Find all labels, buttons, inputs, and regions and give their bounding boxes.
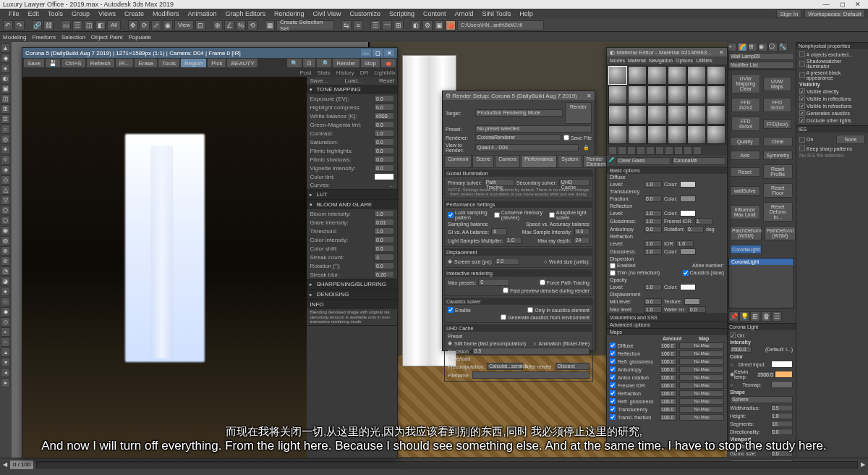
cfb-titlebar[interactable]: Corona 5 (DailyBuild Aug 7 2019) | 1271×… — [22, 48, 397, 58]
rotate-button[interactable]: ⟳ — [140, 20, 150, 30]
tm-input[interactable] — [374, 112, 394, 119]
trans-color[interactable] — [680, 196, 696, 202]
cfb-tab-stats[interactable]: Stats — [318, 70, 331, 76]
map-check[interactable] — [610, 406, 616, 412]
menu-animation[interactable]: Animation — [183, 10, 221, 17]
mat-pick-icon[interactable]: 🧪 — [608, 157, 615, 165]
cfb-erase[interactable]: Erase — [135, 59, 157, 67]
modstack-coronalight[interactable]: CoronaLight — [729, 258, 793, 265]
unlink-button[interactable]: ⛓ — [43, 20, 54, 30]
vtool-13[interactable]: ◈ — [1, 165, 10, 175]
cl-kelvin-label[interactable]: Kelvin temp: — [734, 369, 757, 379]
menu-views[interactable]: Views — [94, 10, 120, 17]
cl-intensity[interactable]: 2500.0 — [730, 346, 752, 353]
rs-precision[interactable]: 0.5 — [472, 348, 590, 355]
mat-slot-6[interactable] — [707, 66, 726, 85]
map-check[interactable] — [610, 358, 616, 364]
rs-close[interactable]: ✕ — [587, 93, 592, 99]
map-check[interactable] — [610, 382, 616, 388]
rs-lightmult[interactable]: 1.0 — [505, 237, 521, 244]
cfb-region[interactable]: Region — [181, 59, 206, 67]
cfb-tab-dr[interactable]: DR — [360, 70, 369, 76]
menu-civilview[interactable]: Civil View — [309, 10, 346, 17]
cp-btn-pathdeform-wsm-[interactable]: PathDeform (WSM) — [765, 226, 796, 240]
refcoord-dropdown[interactable]: View — [174, 20, 194, 30]
rs-maxray[interactable]: 24 — [574, 237, 590, 244]
mat-menu-utilities[interactable]: Utilities — [696, 58, 712, 63]
cfb-resetbtn[interactable]: Reset — [379, 77, 394, 84]
cp-btn-clear[interactable]: Clear — [763, 137, 793, 146]
menu-scripting[interactable]: Scripting — [385, 10, 419, 17]
cfb-close[interactable]: ✕ — [384, 49, 394, 56]
cfb-tab-post[interactable]: Post — [300, 70, 312, 76]
refl-color[interactable] — [680, 210, 696, 217]
selection-filter[interactable]: All — [107, 20, 121, 30]
vtool-5[interactable]: ▣ — [1, 84, 10, 93]
rs-lock-icon[interactable]: 🔒 — [581, 145, 592, 151]
bloom-input[interactable] — [374, 245, 394, 252]
map-slot[interactable]: No Map — [679, 366, 724, 373]
place-button[interactable]: ◉ — [163, 20, 173, 30]
cl-wireframe[interactable]: Wireframe — [728, 442, 794, 450]
cfb-beauty[interactable]: BEAUTY — [227, 59, 258, 67]
select-name-button[interactable]: ☰ — [72, 20, 82, 30]
mat-tool-4[interactable] — [637, 146, 645, 155]
bloom-input[interactable] — [374, 236, 394, 243]
object-name[interactable]: Wall Lamp09 — [728, 53, 794, 60]
mat-tool-6[interactable] — [655, 146, 664, 155]
vtool-20[interactable]: ◍ — [1, 236, 10, 245]
map-slot[interactable]: No Map — [679, 382, 724, 389]
rs-screen[interactable]: 2.0 — [495, 258, 519, 265]
vtool-34[interactable]: ▸ — [1, 378, 10, 387]
map-check[interactable] — [610, 390, 616, 396]
cl-gizmo[interactable]: 0.0 — [771, 450, 793, 457]
rs-tab-common[interactable]: Common — [444, 155, 472, 168]
spinner-snap[interactable]: ⟲ — [247, 20, 258, 30]
mat-slot-15[interactable] — [647, 105, 666, 124]
cfb-save-icon[interactable]: 💾 — [46, 59, 60, 67]
fresnel[interactable]: 1. — [695, 218, 712, 224]
rs-giaa[interactable]: 8 — [491, 228, 506, 235]
ior[interactable]: 1.0 — [676, 240, 694, 247]
mat-slot-9[interactable] — [647, 85, 666, 104]
max-level[interactable]: 1.0 — [644, 306, 662, 313]
schematic-button[interactable]: ⊞ — [393, 20, 404, 30]
minimize-button[interactable]: — — [819, 1, 833, 8]
cfb-stop-btn[interactable]: Stop — [361, 59, 380, 67]
cfb-minimize[interactable]: — — [361, 49, 371, 56]
vtool-6[interactable]: ◫ — [1, 94, 10, 104]
mat-slot-10[interactable] — [668, 85, 686, 104]
rs-precomp[interactable]: Calculat...scratch — [487, 363, 523, 370]
menu-create[interactable]: Create — [120, 10, 148, 17]
cfb-zoom-fit-icon[interactable]: ⊡ — [303, 59, 315, 67]
mat-tool-2[interactable] — [618, 146, 626, 155]
mod-uvw-maps[interactable]: UVW Maps — [763, 77, 792, 91]
maximize-button[interactable]: ◻ — [835, 1, 849, 8]
map-check[interactable] — [610, 342, 616, 348]
map-amount[interactable]: 100.0 — [660, 350, 677, 357]
cp-btn-influence-max-limit[interactable]: Influence Max Limit — [730, 205, 760, 219]
map-slot[interactable]: No Map — [679, 398, 724, 405]
modstack-pin[interactable]: 📌 — [728, 311, 739, 321]
workspaces-dropdown[interactable]: Workspaces: Default — [804, 9, 865, 18]
mat-titlebar[interactable]: ◐ Material Editor - Material #2146983...… — [607, 48, 727, 56]
cfb-zoom-icon2[interactable]: 🔎 — [317, 59, 331, 67]
map-amount[interactable]: 100.0 — [660, 414, 677, 421]
texture[interactable] — [684, 298, 700, 305]
named-selection[interactable]: ▦ — [265, 20, 275, 30]
mat-menu-material[interactable]: Material — [628, 58, 646, 63]
cp-btn-reset-floor[interactable]: Reset Floor — [763, 183, 793, 198]
timeline-next[interactable]: ▶ — [861, 461, 865, 468]
mat-slot-16[interactable] — [668, 105, 686, 124]
water[interactable]: 0.0 — [689, 306, 706, 313]
rs-adaptive[interactable]: Adaptive light solver — [549, 210, 590, 220]
vtool-1[interactable]: ▲ — [1, 43, 10, 53]
rs-tab-camera[interactable]: Camera — [495, 155, 520, 168]
np-excluded[interactable]: # objects excluded... — [798, 51, 867, 58]
menu-content[interactable]: Content — [419, 10, 451, 17]
link-button[interactable]: 🔗 — [32, 20, 42, 30]
cfb-tools[interactable]: Tools — [158, 59, 179, 67]
map-slot[interactable]: No Map — [679, 350, 724, 357]
mod-ffd222[interactable]: FFD 2x2x2 — [731, 98, 760, 112]
mod-ffd444[interactable]: FFD 4x4x4 — [731, 117, 760, 131]
